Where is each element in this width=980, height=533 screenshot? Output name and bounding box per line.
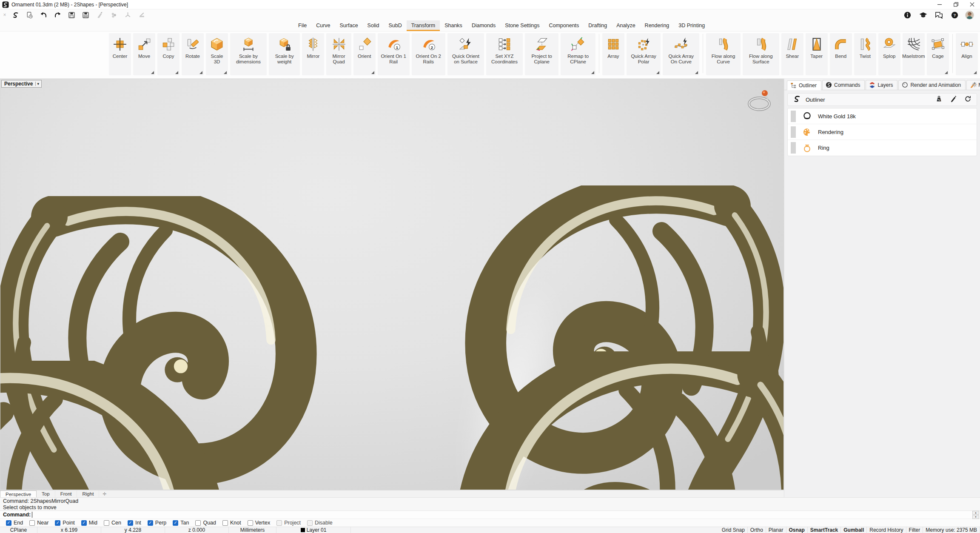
osnap-end[interactable]: End [6,520,23,526]
viewport-3d[interactable]: Perspective ▾ [0,79,784,490]
drag-handle[interactable] [791,142,796,154]
checkbox-mid[interactable] [81,520,87,526]
tab-rendering[interactable]: Rendering [640,20,674,31]
checkbox-point[interactable] [55,520,60,526]
tab-analyze[interactable]: Analyze [612,20,640,31]
ribbon-button-quick-array-on-curve[interactable]: Quick Array On Curve [663,33,699,75]
undo-button[interactable] [38,10,48,20]
ribbon-button-set-xyz-coordinates[interactable]: Set XYZ Coordinates [486,33,523,75]
tab-curve[interactable]: Curve [311,20,335,31]
ribbon-button-twist[interactable]: Twist [854,33,876,75]
close-button[interactable] [964,0,980,9]
ribbon-button-move[interactable]: Move [133,33,155,75]
command-input[interactable]: Command: ▲ ▼ [0,510,980,519]
ribbon-button-project-to-cplane[interactable]: Project to Cplane [525,33,558,75]
annotate-button[interactable] [94,10,105,20]
viewport-tab-front[interactable]: Front [55,490,77,497]
checkbox-cen[interactable] [104,520,109,526]
checkbox-quad[interactable] [195,520,201,526]
ribbon-button-quick-orient-on-surface[interactable]: Quick Orient on Surface [447,33,484,75]
status-ortho[interactable]: Ortho [748,527,766,533]
ribbon-button-quick-array-polar[interactable]: Quick Array Polar [627,33,661,75]
recent-files-button[interactable] [24,10,34,20]
checkbox-tan[interactable] [173,520,178,526]
tab-surface[interactable]: Surface [335,20,363,31]
ribbon-button-taper[interactable]: Taper [806,33,828,75]
chat-button[interactable] [934,10,944,20]
status-memory-use--2375-mb[interactable]: Memory use: 2375 MB [923,527,980,533]
ribbon-button-array[interactable]: Array [602,33,624,75]
status-filter[interactable]: Filter [906,527,923,533]
tab-solid[interactable]: Solid [363,20,384,31]
new-viewport-tab-icon[interactable]: ✛ [99,490,110,497]
ribbon-button-scale-by-dimensions[interactable]: Scale by dimensions [230,33,267,75]
minimize-button[interactable] [932,0,948,9]
ribbon-button-flow-along-surface[interactable]: Flow along Surface [743,33,779,75]
edit-button[interactable] [950,95,957,104]
ribbon-button-align[interactable]: Align [956,33,978,75]
tab-3d-printing[interactable]: 3D Printing [674,20,709,31]
status-smarttrack[interactable]: SmartTrack [808,527,841,533]
tab-file[interactable]: File [293,20,311,31]
weight-button[interactable] [935,95,943,104]
ribbon-button-flow-along-curve[interactable]: Flow along Curve [706,33,740,75]
checkbox-end[interactable] [6,520,11,526]
toolbar-config-button[interactable] [137,10,147,20]
ribbon-button-orient-on-1-rail[interactable]: Orient On 1 Rail [378,33,410,75]
status-record-history[interactable]: Record History [867,527,906,533]
viewport-tab-perspective[interactable]: Perspective [0,490,37,497]
ribbon-button-mirror[interactable]: Mirror [302,33,324,75]
tab-components[interactable]: Components [544,20,584,31]
outliner-item-ring[interactable]: Ring [788,140,977,156]
save-as-button[interactable] [80,10,91,20]
ribbon-button-orient-on-2-rails[interactable]: Orient On 2 Rails [412,33,445,75]
osnap-disable[interactable]: Disable [307,520,333,526]
ribbon-button-rotate[interactable]: Rotate [182,33,204,75]
ribbon-button-scale-by-weight[interactable]: Scale by weight [269,33,300,75]
tab-shanks[interactable]: Shanks [440,20,467,31]
checkbox-int[interactable] [128,520,133,526]
academy-button[interactable] [918,10,928,20]
refresh-button[interactable] [964,95,971,104]
ribbon-button-maelstrom[interactable]: Maelstrom [903,33,925,75]
viewport-tab-top[interactable]: Top [37,490,55,497]
osnap-perp[interactable]: Perp [148,520,166,526]
outliner-item-rendering[interactable]: Rendering [788,124,977,140]
osnap-point[interactable]: Point [55,520,75,526]
panel-tab-render-and-animation[interactable]: Render and Animation [898,80,966,90]
ribbon-button-orient[interactable]: Orient [353,33,376,75]
status-x-6-199[interactable]: x 6.199 [37,527,101,533]
tab-drafting[interactable]: Drafting [584,20,612,31]
ribbon-button-mirror-quad[interactable]: Mirror Quad [326,33,351,75]
status-z-0-000[interactable]: z 0.000 [165,527,229,533]
ribbon-button-splop[interactable]: Splop [878,33,900,75]
status-planar[interactable]: Planar [766,527,786,533]
checkbox-knot[interactable] [222,520,228,526]
status-cplane[interactable]: CPlane [0,527,37,533]
status-millimeters[interactable]: Millimeters [229,527,276,533]
checkbox-perp[interactable] [148,520,153,526]
ribbon-button-bend[interactable]: Bend [830,33,852,75]
drag-handle[interactable] [791,126,796,138]
status-gumball[interactable]: Gumball [841,527,867,533]
tool-options-button[interactable] [122,10,133,20]
checkbox-vertex[interactable] [248,520,253,526]
tab-diamonds[interactable]: Diamonds [467,20,500,31]
panel-tab-layers[interactable]: Layers [866,80,897,90]
osnap-project[interactable]: Project [276,520,301,526]
checkbox-project[interactable] [276,520,282,526]
plugins-button[interactable] [108,10,119,20]
status-grid-snap[interactable]: Grid Snap [719,527,748,533]
viewport-tab-right[interactable]: Right [77,490,99,497]
status-osnap[interactable]: Osnap [786,527,808,533]
gear-icon[interactable] [971,82,977,89]
status-y-4-228[interactable]: y 4.228 [101,527,165,533]
osnap-vertex[interactable]: Vertex [248,520,270,526]
ribbon-button-cage[interactable]: Cage [927,33,949,75]
outliner-item-white-gold-18k[interactable]: White Gold 18k [788,108,977,124]
panel-tab-outliner[interactable]: Outliner [787,80,821,90]
help-button[interactable] [949,10,960,20]
viewport-title-dropdown[interactable]: Perspective ▾ [1,80,42,88]
osnap-int[interactable]: Int [128,520,141,526]
checkbox-near[interactable] [29,520,35,526]
